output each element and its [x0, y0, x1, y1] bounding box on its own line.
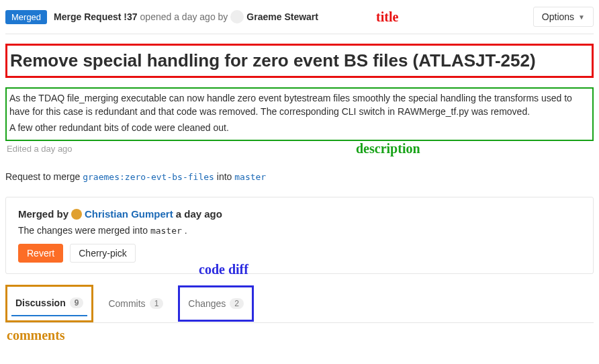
options-label: Options	[542, 11, 574, 22]
tab-discussion[interactable]: Discussion 9	[11, 291, 87, 316]
options-button[interactable]: Options ▼	[533, 7, 594, 27]
mr-title: Remove special handling for zero event B…	[10, 50, 589, 72]
tab-changes[interactable]: Changes 2	[184, 291, 248, 316]
merged-sub-branch: master	[150, 226, 182, 236]
author-avatar-icon	[230, 10, 244, 24]
merged-sub-suffix: .	[185, 225, 187, 236]
mr-meta: Merge Request !37 opened a day ago by Gr…	[54, 10, 533, 24]
tab-discussion-count: 9	[70, 298, 84, 308]
source-branch-link[interactable]: zero-evt-bs-files	[125, 172, 214, 182]
merger-user-link[interactable]: Christian Gumpert	[85, 208, 173, 220]
source-user-link[interactable]: graemes	[83, 172, 120, 182]
revert-button[interactable]: Revert	[18, 244, 63, 263]
description-paragraph-1: As the TDAQ file_merging executable can …	[9, 91, 590, 119]
tab-discussion-label: Discussion	[15, 298, 66, 308]
tab-changes-label: Changes	[188, 298, 226, 309]
edited-timestamp: Edited a day ago	[5, 144, 594, 154]
tab-commits-label: Commits	[108, 298, 145, 309]
target-branch-link[interactable]: master	[234, 172, 266, 182]
merge-source-target: Request to merge graemes:zero-evt-bs-fil…	[5, 171, 594, 182]
chevron-down-icon: ▼	[578, 13, 585, 21]
tabs: Discussion 9 Commits 1 Changes 2	[5, 285, 594, 323]
tab-commits[interactable]: Commits 1	[104, 291, 167, 316]
author-name[interactable]: Graeme Stewart	[246, 11, 318, 22]
tab-changes-count: 2	[230, 298, 244, 309]
merge-prefix: Request to merge	[5, 171, 80, 182]
mr-id: Merge Request !37	[54, 11, 137, 22]
cherry-pick-button[interactable]: Cherry-pick	[70, 244, 136, 263]
description-paragraph-2: A few other redundant bits of code were …	[9, 121, 590, 134]
merged-when: a day ago	[176, 208, 222, 220]
changes-highlight-box: Changes 2	[178, 285, 254, 322]
merged-status-box: Merged by Christian Gumpert a day ago Th…	[5, 197, 594, 274]
tab-commits-count: 1	[150, 298, 164, 309]
merged-by-label: Merged by	[18, 208, 68, 220]
merged-by-line: Merged by Christian Gumpert a day ago	[18, 208, 581, 220]
status-badge: Merged	[5, 10, 47, 24]
opened-text: opened a day ago by	[140, 11, 228, 22]
merged-sub-line: The changes were merged into master .	[18, 225, 581, 236]
annotation-comments: comments	[7, 328, 65, 343]
merged-actions: Revert Cherry-pick	[18, 244, 581, 263]
title-highlight-box: Remove special handling for zero event B…	[5, 44, 594, 78]
merger-avatar-icon	[71, 209, 82, 220]
merged-sub-prefix: The changes were merged into	[18, 225, 148, 236]
description-highlight-box: As the TDAQ file_merging executable can …	[5, 87, 594, 142]
discussion-highlight-box: Discussion 9	[5, 285, 93, 322]
into-text: into	[217, 171, 232, 182]
mr-header: Merged Merge Request !37 opened a day ag…	[5, 5, 594, 34]
